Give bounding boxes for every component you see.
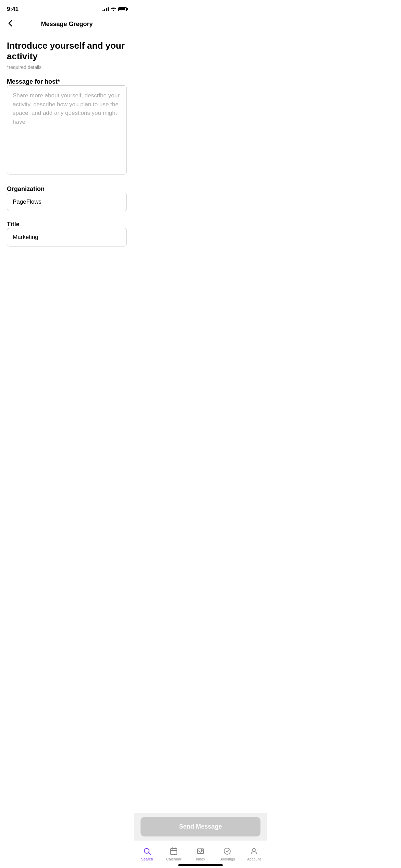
message-textarea[interactable]	[7, 85, 127, 174]
page-heading: Introduce yourself and your activity	[7, 40, 127, 62]
back-button[interactable]	[7, 19, 14, 30]
organization-input[interactable]	[7, 193, 127, 211]
wifi-icon	[111, 6, 116, 12]
main-content: Introduce yourself and your activity *re…	[0, 32, 134, 326]
status-icons	[102, 6, 127, 12]
signal-icon	[102, 7, 109, 11]
required-note: *required details	[7, 64, 127, 70]
organization-field-label: Organization	[7, 185, 45, 192]
title-input[interactable]	[7, 228, 127, 246]
nav-header: Message Gregory	[0, 16, 134, 32]
message-field-label: Message for host*	[7, 78, 60, 85]
page-title: Message Gregory	[41, 21, 93, 28]
status-bar: 9:41	[0, 0, 134, 16]
battery-icon	[118, 7, 127, 11]
title-field-label: Title	[7, 221, 20, 228]
status-time: 9:41	[7, 6, 19, 13]
